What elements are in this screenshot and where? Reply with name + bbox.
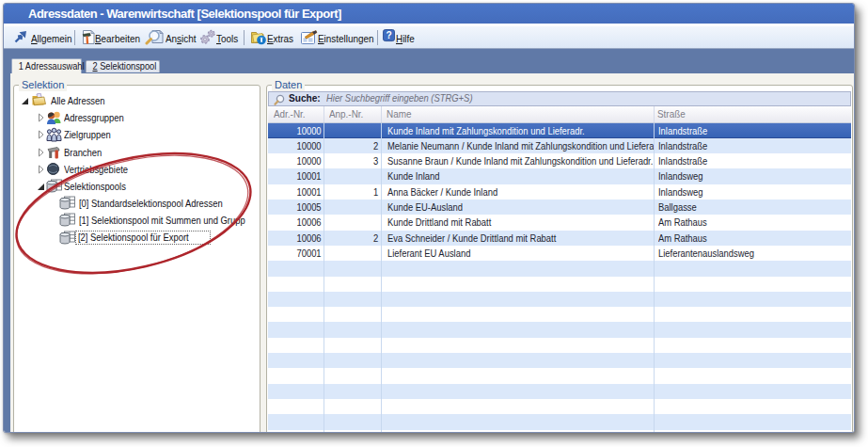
svg-text:?: ? [386, 30, 391, 40]
